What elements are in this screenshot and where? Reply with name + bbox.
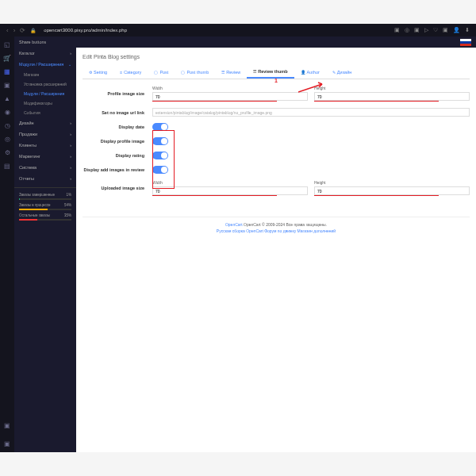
sidebar-sub-active[interactable]: Модули / Расширения (14, 89, 76, 98)
chevron-right-icon: › (70, 51, 71, 56)
lock-icon: 🔒 (30, 28, 36, 33)
tab-category[interactable]: ≡Category (113, 66, 148, 79)
toggle-display-add[interactable] (152, 166, 168, 174)
rail-item-icon[interactable]: ⚙ (5, 149, 10, 156)
sidebar-item-reports[interactable]: Отчеты› (14, 173, 76, 184)
rail-modules-icon[interactable]: ▦ (4, 68, 10, 75)
input-profile-height[interactable] (314, 92, 470, 101)
sidebar-sub[interactable]: Модификаторы (14, 98, 76, 108)
footer: OpenCart OpenCart © 2009-2024 Все права … (83, 217, 470, 238)
tab-review-thumb[interactable]: ☰Review thumb (247, 66, 294, 79)
tab-review[interactable]: ☰Review (215, 66, 247, 79)
rail-item-icon[interactable]: ◉ (5, 109, 10, 116)
footer-links[interactable]: Русская сборка OpenCart Форум по движку … (87, 228, 465, 233)
rail-item-icon[interactable]: ▲ (4, 95, 10, 102)
rail-item-icon[interactable]: ▣ (4, 82, 10, 89)
rail-bottom-icon[interactable]: ▣ (4, 440, 10, 447)
url-bar[interactable]: opencart3000.pisy.pro/admin/index.php (40, 28, 390, 33)
rail-item-icon[interactable]: ▤ (4, 163, 10, 170)
main-content: Edit Pinta Blog settings ⚙Setting ≡Categ… (76, 36, 476, 452)
sidebar-stats: Заказы завершенные1% Заказы в процессе54… (14, 187, 76, 228)
input-profile-width[interactable] (152, 92, 308, 101)
tab-author[interactable]: 👤Author (294, 66, 326, 79)
sidebar-sub[interactable]: События (14, 108, 76, 117)
ext-icon[interactable]: ▣ (414, 27, 420, 33)
tabs: ⚙Setting ≡Category ▢Post ▢Post thumb ☰Re… (83, 66, 470, 79)
label-height: Height (314, 86, 470, 90)
input-uploaded-width[interactable] (152, 186, 308, 195)
label-display-profile: Display profile image (83, 139, 152, 144)
sidebar-item-share[interactable]: Share buttons (14, 36, 76, 48)
toggle-display-date[interactable] (152, 123, 168, 131)
tab-design[interactable]: ✎Дизайн (326, 66, 359, 79)
tab-post-thumb[interactable]: ▢Post thumb (175, 66, 215, 79)
rail-cart-icon[interactable]: 🛒 (3, 55, 11, 62)
label-display-date: Display date (83, 125, 152, 129)
toggle-display-profile[interactable] (152, 137, 168, 145)
sidebar-item-catalog[interactable]: Каталог› (14, 48, 76, 59)
browser-bar: ‹ › ⟳ 🔒 opencart3000.pisy.pro/admin/inde… (0, 24, 476, 36)
sidebar-item-design[interactable]: Дизайн› (14, 117, 76, 129)
rail-dashboard-icon[interactable]: ◱ (4, 41, 10, 48)
toggle-display-rating[interactable] (152, 152, 168, 159)
app-rail: ◱ 🛒 ▦ ▣ ▲ ◉ ◷ ◎ ⚙ ▤ ▣ ▣ (0, 36, 14, 452)
ext-icon[interactable]: ▣ (394, 27, 400, 33)
sidebar-item-modules[interactable]: Модули / Расширения⌄ (14, 59, 76, 70)
sidebar-item-sales[interactable]: Продажи› (14, 129, 76, 140)
sidebar-item-clients[interactable]: Клиенты› (14, 140, 76, 151)
label-display-rating: Display rating (83, 153, 152, 158)
user-icon[interactable]: 👤 (453, 27, 460, 33)
sidebar-sub[interactable]: Магазин (14, 70, 76, 79)
back-icon[interactable]: ‹ (6, 27, 9, 34)
label-width: Width (152, 86, 308, 90)
sidebar-item-system[interactable]: Система› (14, 162, 76, 173)
label-no-image: Set no image url link (83, 110, 152, 115)
sidebar-sub[interactable]: Установка расширений (14, 79, 76, 89)
tab-setting[interactable]: ⚙Setting (83, 66, 113, 79)
label-uploaded-size: Uploaded image size (83, 186, 152, 190)
page-title: Edit Pinta Blog settings (83, 54, 470, 60)
label-profile-size: Profile image size (83, 91, 152, 96)
footer-link[interactable]: OpenCart (225, 222, 243, 227)
label-display-add: Display add images in review (83, 167, 152, 172)
sidebar-item-marketing[interactable]: Маркетинг› (14, 151, 76, 162)
gear-icon: ⚙ (89, 70, 92, 75)
ext-icon[interactable]: ▣ (443, 27, 448, 33)
chevron-down-icon: ⌄ (68, 62, 71, 67)
topbar (76, 36, 476, 48)
language-flag[interactable] (460, 39, 471, 46)
rail-item-icon[interactable]: ◷ (5, 122, 10, 129)
ext-icon[interactable]: ▷ (424, 27, 428, 33)
rail-bottom-icon[interactable]: ▣ (4, 422, 10, 429)
reload-icon[interactable]: ⟳ (20, 27, 25, 34)
tab-post[interactable]: ▢Post (148, 66, 175, 79)
input-no-image[interactable] (152, 108, 470, 117)
ext-icon[interactable]: ♡ (433, 27, 438, 33)
forward-icon[interactable]: › (13, 27, 16, 34)
rail-item-icon[interactable]: ◎ (5, 136, 10, 143)
download-icon[interactable]: ⬇ (465, 27, 470, 33)
ext-icon[interactable]: ◎ (405, 27, 409, 33)
sidebar: Share buttons Каталог› Модули / Расширен… (14, 36, 76, 452)
input-uploaded-height[interactable] (314, 186, 470, 195)
